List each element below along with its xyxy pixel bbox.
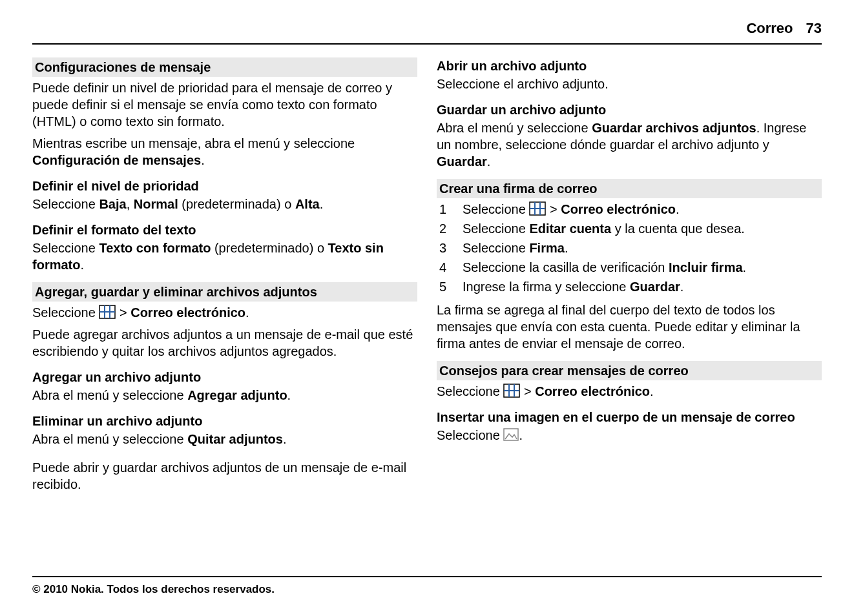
- paragraph: Mientras escribe un mensaje, abra el men…: [32, 135, 417, 169]
- paragraph: Abra el menú y seleccione Quitar adjunto…: [32, 431, 417, 447]
- image-icon: [503, 428, 519, 441]
- section-title: Agregar, guardar y eliminar archivos adj…: [32, 282, 417, 302]
- paragraph: La firma se agrega al final del cuerpo d…: [437, 302, 822, 352]
- list-item: Seleccione > Correo electrónico.: [437, 201, 822, 218]
- menu-grid-icon: [99, 305, 116, 319]
- paragraph: Abra el menú y seleccione Guardar archiv…: [437, 119, 822, 170]
- list-item: Ingrese la firma y seleccione Guardar.: [437, 278, 822, 295]
- section-title: Crear una firma de correo: [437, 179, 822, 198]
- subheading: Definir el nivel de prioridad: [32, 178, 417, 194]
- paragraph: Seleccione > Correo electrónico.: [32, 304, 417, 321]
- section-title: Configuraciones de mensaje: [32, 57, 417, 77]
- subheading: Guardar un archivo adjunto: [437, 101, 822, 118]
- list-item: Seleccione Editar cuenta y la cuenta que…: [437, 220, 822, 237]
- subheading: Agregar un archivo adjunto: [32, 369, 417, 385]
- list-item: Seleccione Firma.: [437, 240, 822, 256]
- subheading: Abrir un archivo adjunto: [437, 57, 822, 74]
- paragraph: Seleccione .: [437, 427, 822, 444]
- subheading: Definir el formato del texto: [32, 221, 417, 238]
- paragraph: Puede abrir y guardar archivos adjuntos …: [32, 459, 417, 493]
- paragraph: Abra el menú y seleccione Agregar adjunt…: [32, 387, 417, 404]
- header-section: Correo: [746, 20, 793, 36]
- paragraph: Puede agregar archivos adjuntos a un men…: [32, 326, 417, 360]
- list-item: Seleccione la casilla de verificación In…: [437, 259, 822, 276]
- paragraph: Seleccione Texto con formato (predetermi…: [32, 240, 417, 273]
- page: Correo73 Configuraciones de mensaje Pued…: [0, 0, 854, 616]
- subheading: Eliminar un archivo adjunto: [32, 413, 417, 429]
- subheading: Insertar una imagen en el cuerpo de un m…: [437, 409, 822, 426]
- paragraph: Seleccione > Correo electrónico.: [437, 383, 822, 400]
- section-title: Consejos para crear mensajes de correo: [437, 361, 822, 380]
- footer-copyright: © 2010 Nokia. Todos los derechos reserva…: [32, 576, 822, 597]
- ordered-list: Seleccione > Correo electrónico. Selecci…: [437, 201, 822, 295]
- column-right: Abrir un archivo adjunto Seleccione el a…: [437, 57, 822, 498]
- page-number: 73: [806, 20, 822, 36]
- content-columns: Configuraciones de mensaje Puede definir…: [32, 57, 822, 498]
- menu-grid-icon: [503, 384, 520, 398]
- column-left: Configuraciones de mensaje Puede definir…: [32, 57, 417, 498]
- paragraph: Puede definir un nivel de prioridad para…: [32, 79, 417, 130]
- menu-grid-icon: [529, 201, 546, 216]
- page-header: Correo73: [32, 19, 822, 45]
- paragraph: Seleccione Baja, Normal (predeterminada)…: [32, 196, 417, 212]
- paragraph: Seleccione el archivo adjunto.: [437, 76, 822, 92]
